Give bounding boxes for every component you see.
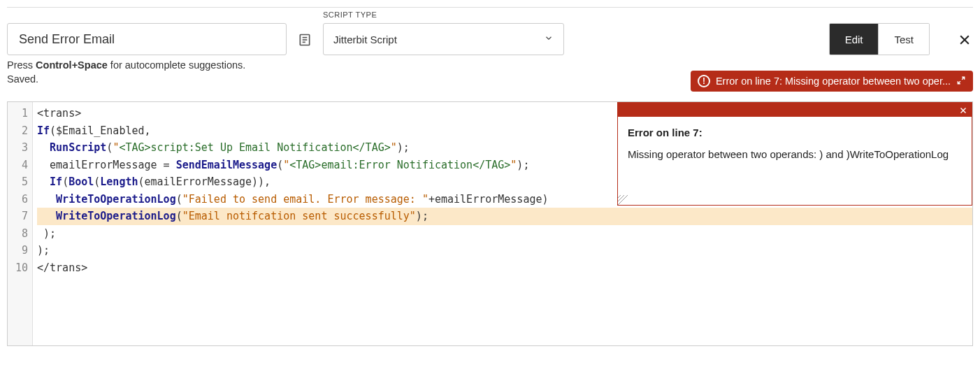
mode-toggle: Edit Test	[829, 23, 930, 55]
notes-icon[interactable]	[296, 31, 313, 48]
expand-icon	[956, 76, 966, 87]
error-panel-body: Missing operator between two operands: )…	[628, 148, 962, 160]
autocomplete-hint: Press Control+Space for autocomplete sug…	[7, 59, 973, 71]
chevron-down-icon	[544, 34, 554, 45]
close-icon[interactable]	[956, 31, 973, 48]
svg-line-12	[618, 195, 621, 198]
error-icon: !	[698, 75, 710, 87]
script-type-label: SCRIPT TYPE	[323, 10, 564, 19]
script-type-value: Jitterbit Script	[333, 34, 397, 45]
error-summary-text: Error on line 7: Missing operator betwee…	[716, 76, 951, 87]
edit-button[interactable]: Edit	[830, 24, 879, 55]
script-type-select[interactable]: Jitterbit Script	[323, 23, 564, 55]
header-row: SCRIPT TYPE Jitterbit Script Edit Test	[7, 10, 973, 58]
close-error-panel-icon[interactable]	[959, 105, 969, 115]
resize-handle-icon[interactable]	[618, 195, 628, 205]
error-summary-bar[interactable]: ! Error on line 7: Missing operator betw…	[691, 71, 973, 92]
line-gutter: 12345678910	[8, 102, 33, 345]
error-panel-title: Error on line 7:	[628, 127, 962, 138]
error-detail-panel: Error on line 7: Missing operator betwee…	[617, 102, 972, 206]
script-name-input[interactable]	[7, 23, 287, 55]
code-editor[interactable]: 12345678910 <trans> If($Email_Enabled, R…	[7, 101, 973, 346]
test-button[interactable]: Test	[878, 24, 929, 55]
svg-line-11	[618, 195, 624, 201]
code-area[interactable]: <trans> If($Email_Enabled, RunScript("<T…	[33, 102, 972, 345]
